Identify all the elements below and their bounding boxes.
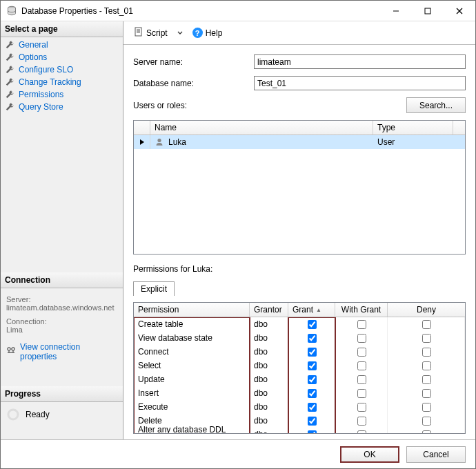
checkbox[interactable]: [422, 403, 431, 412]
view-connection-properties-link[interactable]: View connection properties: [20, 342, 117, 361]
checkbox[interactable]: [308, 361, 317, 370]
perm-cell-deny: [388, 400, 465, 414]
checkbox[interactable]: [308, 334, 317, 343]
perm-cell-grantor: dbo: [250, 359, 288, 372]
checkbox[interactable]: [357, 348, 366, 357]
checkbox[interactable]: [308, 389, 317, 398]
users-grid: Name Type LukaUser: [133, 120, 466, 255]
dialog-button-bar: OK Cancel: [1, 439, 475, 468]
sidebar-item-configure-slo[interactable]: Configure SLO: [1, 63, 123, 76]
ok-button[interactable]: OK: [340, 446, 399, 463]
perm-cell-with-grant: [335, 372, 388, 386]
script-dropdown[interactable]: [175, 28, 185, 39]
perm-cell-permission: Insert: [134, 386, 250, 400]
perm-cell-with-grant: [335, 317, 388, 331]
checkbox[interactable]: [308, 417, 317, 426]
perm-col-deny[interactable]: Deny: [388, 303, 465, 317]
perm-col-grant[interactable]: Grant▲: [288, 303, 335, 317]
sidebar-item-label[interactable]: Permissions: [19, 90, 63, 99]
minimize-button[interactable]: [380, 1, 412, 21]
perm-cell-deny: [388, 331, 465, 345]
checkbox[interactable]: [357, 334, 366, 343]
cancel-button[interactable]: Cancel: [406, 446, 466, 463]
checkbox[interactable]: [357, 403, 366, 412]
perm-cell-permission: Connect: [134, 345, 250, 359]
perm-cell-permission: Update: [134, 372, 250, 386]
sidebar-item-label[interactable]: Change Tracking: [19, 77, 81, 87]
script-button[interactable]: Script: [129, 24, 172, 41]
users-col-type[interactable]: Type: [373, 121, 453, 134]
database-name-input[interactable]: [254, 76, 466, 90]
svg-rect-2: [425, 8, 430, 14]
checkbox[interactable]: [422, 348, 431, 357]
sidebar-item-permissions[interactable]: Permissions: [1, 88, 123, 101]
perm-cell-grantor: dbo: [250, 414, 288, 428]
sidebar-item-general[interactable]: General: [1, 39, 123, 51]
checkbox[interactable]: [357, 361, 366, 370]
checkbox[interactable]: [357, 320, 366, 329]
perm-col-with-grant[interactable]: With Grant: [335, 303, 388, 317]
perm-cell-grant: [288, 331, 335, 345]
progress-row: Ready: [1, 402, 123, 427]
perm-col-permission[interactable]: Permission: [134, 303, 250, 317]
connection-header: Connection: [1, 272, 123, 288]
checkbox[interactable]: [357, 389, 366, 398]
checkbox[interactable]: [422, 430, 431, 434]
perm-cell-deny: [388, 372, 465, 386]
dialog-window: Database Properties - Test_01 Select a p…: [0, 0, 476, 469]
connection-info: Server: limateam.database.windows.net Co…: [1, 288, 123, 338]
select-page-header: Select a page: [1, 21, 123, 37]
svg-point-6: [12, 347, 14, 350]
sidebar-item-label[interactable]: Options: [19, 52, 47, 62]
perm-cell-grant: [288, 386, 335, 400]
users-col-name[interactable]: Name: [150, 121, 373, 134]
server-label: Server:: [6, 295, 117, 303]
perm-cell-grantor: dbo: [250, 372, 288, 386]
sidebar-item-label[interactable]: Configure SLO: [19, 65, 73, 74]
help-label: Help: [206, 28, 223, 38]
checkbox[interactable]: [357, 375, 366, 384]
users-row[interactable]: LukaUser: [134, 135, 465, 149]
perm-cell-grant: [288, 400, 335, 414]
checkbox[interactable]: [422, 375, 431, 384]
checkbox[interactable]: [422, 361, 431, 370]
checkbox[interactable]: [357, 430, 366, 434]
script-label: Script: [146, 28, 168, 38]
sidebar-item-options[interactable]: Options: [1, 51, 123, 63]
svg-point-5: [8, 347, 10, 350]
search-button[interactable]: Search...: [406, 97, 466, 113]
perm-cell-grant: [288, 317, 335, 331]
checkbox[interactable]: [357, 417, 366, 426]
user-icon: [155, 137, 164, 147]
sidebar-item-change-tracking[interactable]: Change Tracking: [1, 76, 123, 88]
view-connection-properties[interactable]: View connection properties: [1, 338, 123, 366]
checkbox[interactable]: [308, 320, 317, 329]
script-icon: [134, 27, 143, 39]
help-button[interactable]: ? Help: [188, 25, 228, 41]
checkbox[interactable]: [422, 417, 431, 426]
main-panel: Script ? Help Server name: Database name…: [123, 21, 475, 439]
progress-spinner-icon: [6, 408, 20, 421]
checkbox[interactable]: [422, 320, 431, 329]
perm-cell-deny: [388, 414, 465, 428]
window-title: Database Properties - Test_01: [21, 6, 133, 16]
checkbox[interactable]: [422, 334, 431, 343]
checkbox[interactable]: [308, 348, 317, 357]
perm-col-grantor[interactable]: Grantor: [250, 303, 288, 317]
close-button[interactable]: [444, 1, 475, 21]
checkbox[interactable]: [308, 375, 317, 384]
perm-cell-grantor: dbo: [250, 317, 288, 331]
perm-cell-grant: [288, 414, 335, 428]
maximize-button[interactable]: [412, 1, 444, 21]
sidebar-item-label[interactable]: Query Store: [19, 102, 63, 112]
server-name-input[interactable]: [254, 54, 466, 69]
perm-cell-deny: [388, 359, 465, 372]
sidebar-item-query-store[interactable]: Query Store: [1, 101, 123, 113]
checkbox[interactable]: [422, 389, 431, 398]
perm-cell-grant: [288, 359, 335, 372]
checkbox[interactable]: [308, 430, 317, 434]
checkbox[interactable]: [308, 403, 317, 412]
server-value: limateam.database.windows.net: [6, 303, 117, 312]
tab-explicit[interactable]: Explicit: [133, 281, 175, 296]
sidebar-item-label[interactable]: General: [19, 40, 48, 50]
